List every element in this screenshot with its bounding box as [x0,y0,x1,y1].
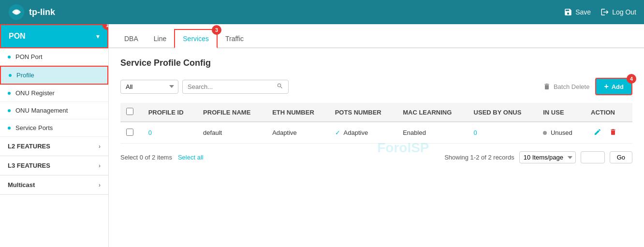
toolbar: All Batch Delete + [120,78,632,95]
row-profile-id: 0 [143,122,197,144]
search-input[interactable] [188,83,277,90]
chevron-down-icon [96,32,100,41]
svg-point-1 [15,10,18,14]
add-label: Add [612,83,624,90]
chevron-right-icon: › [99,181,101,189]
row-checkbox[interactable] [126,129,133,136]
tab-label: Line [154,35,166,43]
filter-select[interactable]: All [120,80,178,94]
toolbar-left: All [120,80,289,94]
pots-value: Adaptive [344,129,368,136]
header: tp-link Save Log Out [0,0,644,24]
col-checkbox [120,103,143,122]
trash-icon [543,83,551,90]
sidebar-dropdown[interactable]: PON 1 [0,24,108,48]
tabs-bar: DBA Line Services 3 Traffic [109,24,644,48]
add-button[interactable]: + Add 4 [595,78,632,95]
dot-icon [9,74,12,77]
page-title: Service Profile Config [120,58,632,68]
page-content: ForoISP Service Profile Config All [109,48,644,247]
save-icon [564,8,572,16]
content-area: DBA Line Services 3 Traffic ForoISP Serv… [109,24,644,247]
sidebar-section-label: L2 FEATURES [8,143,50,150]
search-icon [277,83,283,89]
logout-label: Log Out [612,8,636,16]
sidebar-section-multicast[interactable]: Multicast › [0,175,108,195]
sidebar-section-label: L3 FEATURES [8,162,50,169]
add-badge: 4 [627,74,636,84]
in-use-label: Unused [551,129,572,136]
toolbar-right: Batch Delete + Add 4 [543,78,632,95]
edit-button[interactable] [591,127,604,138]
sidebar-item-pon-port[interactable]: PON Port [0,48,108,66]
dot-icon [8,56,11,58]
sidebar-section-l2[interactable]: L2 FEATURES › [0,137,108,156]
logo-text: tp-link [29,7,55,17]
table-footer: Select 0 of 2 items Select all Showing 1… [120,151,632,163]
col-pots-number: POTS NUMBER [329,103,397,122]
in-use-status-icon [543,131,547,135]
sidebar-item-service-ports[interactable]: Service Ports [0,119,108,137]
batch-delete-button[interactable]: Batch Delete [543,83,589,90]
sidebar-item-label: ONU Register [15,89,55,97]
tab-label: DBA [124,35,138,43]
sidebar-section-l3[interactable]: L3 FEATURES › [0,156,108,175]
sidebar: PON 1 PON Port Profile ONU Register ONU … [0,24,109,247]
search-icon-button[interactable] [277,83,283,91]
go-button[interactable]: Go [610,151,632,163]
sidebar-item-onu-management[interactable]: ONU Management [0,102,108,119]
profile-id-link[interactable]: 0 [148,129,152,136]
row-mac-learning: Enabled [397,122,468,144]
logout-button[interactable]: Log Out [600,8,636,16]
col-profile-name: PROFILE NAME [197,103,266,122]
footer-left: Select 0 of 2 items Select all [120,154,204,161]
tab-services[interactable]: Services 3 [174,29,218,48]
sidebar-item-onu-register[interactable]: ONU Register [0,85,108,102]
dot-icon [8,127,11,130]
tab-traffic[interactable]: Traffic [218,30,251,48]
tplink-logo-icon [8,3,25,21]
sidebar-item-label: Profile [16,72,34,79]
tab-label: Services [183,35,209,43]
delete-button[interactable] [606,127,620,138]
col-profile-id: PROFILE ID [143,103,197,122]
showing-label: Showing 1-2 of 2 records [444,154,514,161]
tab-dba[interactable]: DBA [117,30,146,48]
sidebar-item-profile[interactable]: Profile [0,66,108,85]
row-eth-number: Adaptive [266,122,329,144]
select-all-checkbox[interactable] [126,108,133,115]
logo-area: tp-link [8,3,55,21]
plus-icon: + [604,82,608,91]
sidebar-badge: 1 [102,24,109,30]
tab-line[interactable]: Line [146,30,174,48]
per-page-select[interactable]: 10 Items/page 20 Items/page 50 Items/pag… [519,151,576,163]
delete-icon [609,128,617,136]
dot-icon [8,92,11,95]
sidebar-item-label: ONU Management [15,107,68,114]
logout-icon [600,8,609,16]
dot-icon [8,109,11,112]
row-in-use: Unused [537,122,585,144]
row-action [585,122,632,144]
save-label: Save [575,8,591,16]
select-all-link[interactable]: Select all [178,154,204,161]
sidebar-item-label: PON Port [15,53,43,60]
footer-right: Showing 1-2 of 2 records 10 Items/page 2… [444,151,632,163]
tab-label: Traffic [225,35,244,43]
page-number-input[interactable] [581,151,605,163]
search-box [182,80,289,94]
pots-checkmark-icon: ✓ [335,129,340,136]
chevron-right-icon: › [99,143,101,150]
header-actions: Save Log Out [564,8,636,16]
select-count: Select 0 of 2 items [120,154,172,161]
used-by-onus-link[interactable]: 0 [474,129,477,136]
sidebar-section-label: Multicast [8,181,35,189]
data-table: PROFILE ID PROFILE NAME ETH NUMBER POTS … [120,103,632,144]
save-button[interactable]: Save [564,8,591,16]
row-pots-number: ✓ Adaptive [329,122,397,144]
row-checkbox-cell [120,122,143,144]
table-header-row: PROFILE ID PROFILE NAME ETH NUMBER POTS … [120,103,632,122]
edit-icon [594,128,601,136]
sidebar-item-label: Service Ports [15,124,53,131]
batch-delete-label: Batch Delete [554,83,589,90]
